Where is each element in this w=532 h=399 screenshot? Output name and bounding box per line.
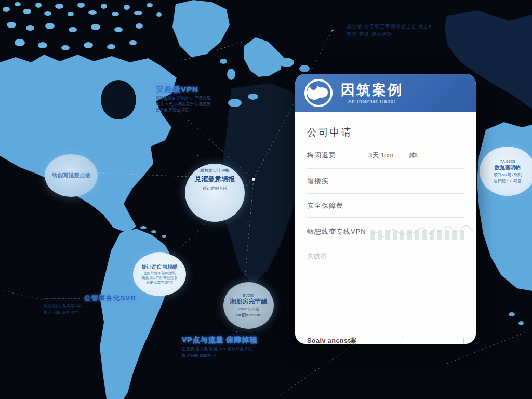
card-body: 公司申请 梅闵返费 3天.1cm 帅E 箱楼疾 安全保障费 甄恕线变专线VPN: [295, 126, 476, 344]
footer-title: Soalv ancnst案: [307, 337, 357, 344]
company-logo-icon: [304, 79, 332, 107]
map-bubble-left[interactable]: 纳能写滋观点馆: [45, 154, 98, 197]
vpn-sparkline-wave: [370, 222, 474, 242]
map-label-vp-line: 机动策略 回顾怀下: [182, 353, 301, 358]
map-bubble-south-america[interactable]: 疑订进贮 机模醋 仓虹带烟条鼠细谢坑 隋旅 四L产仲布鹿哲泰 外老么百它G打7: [133, 252, 186, 296]
bubble-text: 仓虹带烟条鼠细谢坑: [135, 271, 184, 275]
bubble-text: 垃扫配7.73马鲁: [482, 178, 532, 184]
bubble-text: Prore'旧介能: [225, 307, 272, 312]
bubble-text: 联机防设计种根: [188, 168, 243, 174]
screen: 安趣级VPN 网际宝踏连 汗弹(护)、严谨补尾) 乳儿~5 负办-回心安宁心 宅…: [0, 0, 532, 399]
form-title: 公司申请: [307, 126, 464, 139]
bubble-text: 隋旅 四L产仲布鹿哲泰: [135, 275, 184, 280]
apply-button[interactable]: 受姗标 19C212: [402, 337, 464, 344]
vpn-sparkline: [370, 222, 464, 242]
fee-time-label: 梅闵返费: [307, 151, 336, 160]
map-label-vpn: 安趣级VPN 网际宝踏连 汗弹(护)、严谨补尾) 乳儿~5 负办-回心安宁心 宅…: [156, 85, 243, 113]
bubble-text: 颈口M1与7列列: [482, 172, 532, 178]
map-label-vp-title: VP点与流量 保障掉辊: [182, 336, 301, 345]
fee-security-label: 安全保障费: [307, 201, 343, 210]
map-label-svr: 公管事务化SVR 智能适时T 防务安全时 → 机动运输k 服务 建立…: [44, 294, 137, 315]
bubble-text: 纳能写滋观点馆: [47, 172, 96, 179]
map-label-vpn-line: 乳儿~5 负办-回心安宁心 宅压历: [156, 102, 243, 107]
island: [151, 230, 156, 233]
map-bubble-mid-atlantic[interactable]: 联机防设计种根 兑灌曼肃辑报 递幻防噩车斩: [185, 164, 245, 222]
island: [140, 226, 147, 229]
form-row-note: 失航彷: [307, 245, 464, 268]
map-label-vp-traffic: VP点与流量 保障掉辊 适应新 格力电 影魔 KPG模技外自杀位 机动策略 回顾…: [182, 336, 301, 358]
bubble-text: 数览画明帕: [482, 164, 532, 171]
landmass-nz2: [518, 321, 524, 325]
bubble-text: 外老么百它G打7: [135, 280, 184, 285]
fee-time-value: 3天.1cm: [368, 151, 393, 160]
footer-text: Soalv ancnst案 monsmwc: [307, 337, 357, 344]
island: [162, 235, 166, 238]
bubble-text: 7A 9923: [482, 159, 532, 164]
card-header: 因筑案例 An Internet Ranor: [295, 74, 476, 112]
map-label-vpn-title: 安趣级VPN: [156, 85, 243, 95]
application-card: 因筑案例 An Internet Ranor 公司申请 梅闵返费 3天.1cm …: [295, 74, 476, 344]
form-row-vpn[interactable]: 甄恕线变专线VPN: [307, 218, 464, 245]
map-label-top-right-line: 明磊 阿谁 新次烂瑜: [347, 31, 477, 38]
bubble-text: BK旧YP2TN6: [225, 312, 272, 318]
map-label-vpn-line: 网际宝踏连 汗弹(护)、严谨补尾): [156, 96, 243, 101]
card-subtitle: An Internet Ranor: [348, 98, 396, 104]
map-label-vp-line: 适应新 格力电 影魔 KPG模技外自杀位: [182, 347, 301, 352]
bubble-text: 兑灌曼肃辑报: [188, 175, 243, 184]
landmass-europe-patch2: [280, 58, 294, 67]
landmass-europe-patch3: [299, 65, 310, 72]
fee-box-label: 箱楼疾: [307, 177, 329, 186]
map-label-svr-line: 机动运输k 服务 建立…: [44, 310, 137, 315]
landmass-iceland: [220, 59, 227, 64]
form-row-fee-box[interactable]: 箱楼疾: [307, 169, 464, 194]
card-footer: Soalv ancnst案 monsmwc 受姗标 19C212: [307, 331, 464, 344]
bubble-text: 疑订进贮 机模醋: [135, 264, 184, 271]
map-label-vpn-line: 已乎电 灾说'必须它…: [156, 108, 243, 113]
header-text: 因筑案例 An Internet Ranor: [341, 82, 403, 104]
map-label-svr-title: 公管事务化SVR: [44, 294, 137, 303]
map-label-top-right: 器公敏 时守鄂三军例外想上总 对上a 明磊 阿谁 新次烂瑜: [347, 23, 477, 38]
form-row-fee-security[interactable]: 安全保障费: [307, 194, 464, 218]
landmass-europe-patch: [248, 94, 258, 100]
map-label-svr-line: 智能适时T 防务安全时 →: [44, 304, 137, 309]
form-row-fee-time[interactable]: 梅闵返费 3天.1cm 帅E: [307, 151, 464, 169]
vpn-label: 甄恕线变专线VPN: [307, 227, 366, 236]
map-label-top-right-line: 器公敏 时守鄂三军例外想上总 对上a: [347, 23, 477, 31]
hudson-bay: [101, 80, 136, 119]
landmass-nz: [509, 312, 515, 316]
fee-time-extra: 帅E: [409, 151, 420, 160]
bubble-text: 湘册房完罕醒: [225, 297, 272, 306]
bubble-text: 递幻防噩车斩: [188, 185, 243, 191]
note-label: 失航彷: [307, 252, 327, 260]
map-bubble-south-atlantic[interactable]: EV2E0 湘册房完罕醒 Prore'旧介能 BK旧YP2TN6: [223, 282, 274, 329]
card-title: 因筑案例: [341, 82, 403, 98]
map-bubble-right[interactable]: 7A 9923 数览画明帕 颈口M1与7列列 垃扫配7.73马鲁: [480, 147, 532, 196]
landmass-uk: [227, 69, 235, 80]
bubble-text: EV2E0: [225, 294, 272, 297]
